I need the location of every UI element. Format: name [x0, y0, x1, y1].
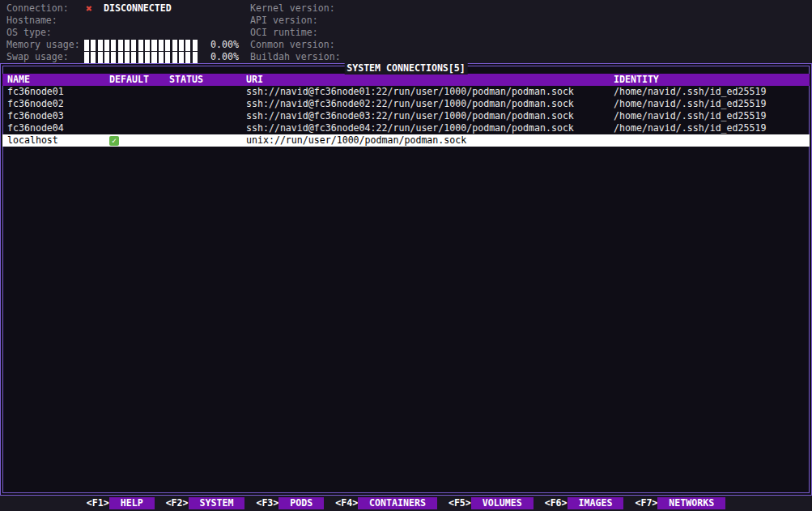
connection-label: Connection: — [6, 2, 69, 15]
swap-usage-label: Swap usage: — [6, 51, 69, 63]
table-row[interactable]: fc36node03 ssh://navid@fc36node03:22/run… — [2, 110, 810, 122]
connection-name: fc36node02 — [7, 98, 64, 110]
connection-name: fc36node04 — [7, 122, 64, 134]
fkey-label: <F1> — [87, 497, 109, 509]
check-mark-icon: ✓ — [109, 136, 119, 146]
kernel-version-label: Kernel version: — [250, 2, 335, 15]
fkey-containers[interactable]: <F4> CONTAINERS — [335, 497, 437, 509]
hostname-label: Hostname: — [6, 15, 57, 27]
fkey-chip: IMAGES — [568, 497, 624, 509]
fkey-chip: VOLUMES — [471, 497, 534, 509]
memory-usage-gauge — [84, 40, 199, 51]
fkey-system[interactable]: <F2> SYSTEM — [166, 497, 245, 509]
connection-uri: ssh://navid@fc36node02:22/run/user/1000/… — [246, 98, 574, 110]
connection-identity: /home/navid/.ssh/id_ed25519 — [614, 110, 766, 122]
connection-identity: /home/navid/.ssh/id_ed25519 — [614, 122, 766, 134]
fkey-label: <F4> — [335, 497, 358, 509]
column-header-uri: URI — [246, 74, 263, 86]
fkey-label: <F5> — [449, 497, 471, 509]
buildah-version-label: Buildah version: — [250, 51, 341, 63]
status-header: Connection: ✖ DISCONNECTED Kernel versio… — [0, 2, 812, 63]
fkey-chip: SYSTEM — [189, 497, 245, 509]
fkey-images[interactable]: <F6> IMAGES — [545, 497, 624, 509]
column-header-status: STATUS — [169, 74, 203, 86]
connection-uri: ssh://navid@fc36node04:22/run/user/1000/… — [246, 122, 574, 134]
fkey-label: <F2> — [166, 497, 189, 509]
connection-uri: unix://run/user/1000/podman/podman.sock — [246, 134, 466, 147]
api-version-label: API version: — [250, 15, 318, 27]
panel-title: SYSTEM CONNECTIONS[5] — [344, 62, 468, 75]
connection-name: localhost — [7, 134, 58, 147]
fkey-chip: NETWORKS — [657, 497, 725, 509]
connection-name: fc36node01 — [7, 86, 64, 98]
fkey-chip: PODS — [278, 497, 324, 509]
system-connections-panel: SYSTEM CONNECTIONS[5] NAME DEFAULT STATU… — [0, 63, 812, 496]
table-row-selected[interactable]: localhost ✓ unix://run/user/1000/podman/… — [2, 134, 810, 147]
memory-usage-label: Memory usage: — [6, 39, 80, 51]
fkey-label: <F3> — [256, 497, 278, 509]
fkey-networks[interactable]: <F7> NETWORKS — [635, 497, 725, 509]
connection-status: DISCONNECTED — [104, 2, 172, 15]
cross-mark-icon: ✖ — [86, 2, 92, 15]
connection-uri: ssh://navid@fc36node03:22/run/user/1000/… — [246, 110, 574, 122]
column-header-name: NAME — [7, 74, 30, 86]
memory-usage-value: 0.00% — [210, 39, 239, 51]
connection-identity: /home/navid/.ssh/id_ed25519 — [614, 86, 766, 98]
oci-runtime-label: OCI runtime: — [250, 27, 318, 39]
connection-uri: ssh://navid@fc36node01:22/run/user/1000/… — [246, 86, 574, 98]
fkey-volumes[interactable]: <F5> VOLUMES — [449, 497, 534, 509]
fkey-pods[interactable]: <F3> PODS — [256, 497, 324, 509]
swap-usage-value: 0.00% — [210, 51, 239, 63]
connection-name: fc36node03 — [7, 110, 64, 122]
function-key-bar: <F1> HELP <F2> SYSTEM <F3> PODS <F4> CON… — [0, 497, 812, 509]
connections-table: NAME DEFAULT STATUS URI IDENTITY fc36nod… — [2, 74, 810, 147]
column-header-identity: IDENTITY — [614, 74, 659, 86]
conmon-version-label: Conmon version: — [250, 39, 335, 51]
table-row[interactable]: fc36node02 ssh://navid@fc36node02:22/run… — [2, 98, 810, 110]
fkey-chip: CONTAINERS — [358, 497, 437, 509]
column-header-default: DEFAULT — [109, 74, 149, 86]
table-row[interactable]: fc36node01 ssh://navid@fc36node01:22/run… — [2, 86, 810, 98]
table-row[interactable]: fc36node04 ssh://navid@fc36node04:22/run… — [2, 122, 810, 134]
swap-usage-gauge — [84, 52, 199, 63]
connection-identity: /home/navid/.ssh/id_ed25519 — [614, 98, 766, 110]
table-header-row: NAME DEFAULT STATUS URI IDENTITY — [2, 74, 810, 86]
fkey-label: <F7> — [635, 497, 657, 509]
os-type-label: OS type: — [6, 27, 52, 39]
fkey-chip: HELP — [109, 497, 155, 509]
fkey-help[interactable]: <F1> HELP — [87, 497, 155, 509]
fkey-label: <F6> — [545, 497, 568, 509]
